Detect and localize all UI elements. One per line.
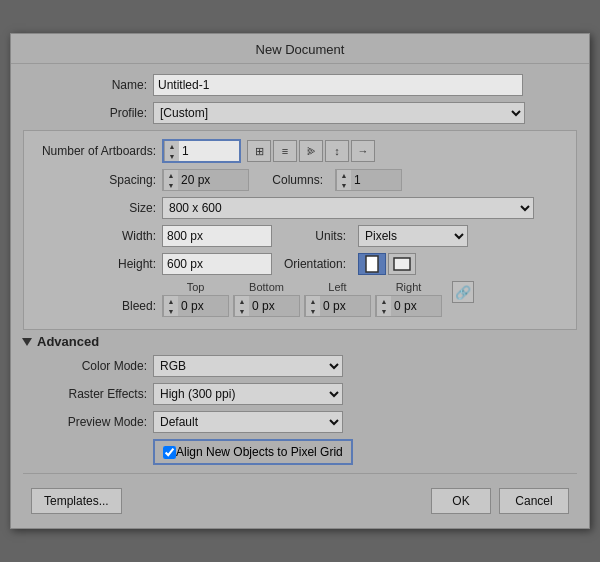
raster-label: Raster Effects:	[23, 387, 153, 401]
advanced-toggle-icon	[22, 338, 32, 346]
bleed-left-down[interactable]: ▼	[306, 306, 320, 316]
col-icon-btn[interactable]: ⫸	[299, 140, 323, 162]
bleed-right-input[interactable]	[391, 296, 441, 316]
pixel-grid-checkbox[interactable]	[163, 446, 176, 459]
colormode-label: Color Mode:	[23, 359, 153, 373]
pixel-grid-checkbox-box: Align New Objects to Pixel Grid	[153, 439, 353, 465]
order-icon-btn[interactable]: →	[351, 140, 375, 162]
spacing-up-btn[interactable]: ▲	[164, 170, 178, 180]
pixel-grid-label[interactable]: Align New Objects to Pixel Grid	[176, 445, 343, 459]
bleed-top-spinner: ▲▼	[162, 295, 229, 317]
bleed-bottom-up[interactable]: ▲	[235, 296, 249, 306]
pixel-grid-row: Align New Objects to Pixel Grid	[153, 439, 577, 465]
width-label: Width:	[32, 229, 162, 243]
columns-spinner: ▲ ▼	[335, 169, 402, 191]
arrange-icon-btn[interactable]: ↕	[325, 140, 349, 162]
bleed-bottom-input[interactable]	[249, 296, 299, 316]
spacing-cols-row: Spacing: ▲ ▼ Columns: ▲ ▼	[32, 169, 568, 191]
columns-spin-btns: ▲ ▼	[336, 170, 351, 190]
spacing-label: Spacing:	[32, 173, 162, 187]
columns-input[interactable]	[351, 170, 401, 190]
profile-select[interactable]: [Custom] Print Web Mobile	[153, 102, 525, 124]
height-label: Height:	[32, 257, 162, 271]
bleed-left-input[interactable]	[320, 296, 370, 316]
divider	[23, 473, 577, 474]
new-document-dialog: New Document Name: Profile: [Custom] Pri…	[10, 33, 590, 529]
bleed-right-down[interactable]: ▼	[377, 306, 391, 316]
landscape-btn[interactable]	[388, 253, 416, 275]
height-orientation-row: Height: Orientation:	[32, 253, 568, 275]
size-label: Size:	[32, 201, 162, 215]
colormode-select[interactable]: RGB CMYK Grayscale	[153, 355, 343, 377]
bleed-bottom-spinner: ▲▼	[233, 295, 300, 317]
height-input[interactable]	[162, 253, 272, 275]
artboards-input[interactable]: 1	[179, 141, 239, 161]
bleed-top-up[interactable]: ▲	[164, 296, 178, 306]
size-row: Size: 800 x 600 1024 x 768 1280 x 800 A4…	[32, 197, 568, 219]
spacing-input[interactable]	[178, 170, 248, 190]
grid-icon-btn[interactable]: ⊞	[247, 140, 271, 162]
preview-row: Preview Mode: Default Pixel Overprint	[23, 411, 577, 433]
bleed-top-col: Top ▲▼	[162, 281, 229, 317]
bleed-bottom-down[interactable]: ▼	[235, 306, 249, 316]
bleed-inputs: Top ▲▼ Bottom ▲▼	[162, 281, 474, 319]
orientation-buttons	[358, 253, 416, 275]
title-bar: New Document	[11, 34, 589, 64]
bleed-bottom-col: Bottom ▲▼	[233, 281, 300, 317]
bleed-top-label: Top	[187, 281, 205, 293]
bleed-left-spinner: ▲▼	[304, 295, 371, 317]
portrait-btn[interactable]	[358, 253, 386, 275]
raster-select[interactable]: High (300 ppi) Medium (150 ppi) Screen (…	[153, 383, 343, 405]
bleed-bottom-label: Bottom	[249, 281, 284, 293]
ok-cancel-group: OK Cancel	[431, 488, 569, 514]
profile-label: Profile:	[23, 106, 153, 120]
width-units-row: Width: Units: Pixels Inches Millimeters …	[32, 225, 568, 247]
templates-button[interactable]: Templates...	[31, 488, 122, 514]
columns-up-btn[interactable]: ▲	[337, 170, 351, 180]
artboards-spinner: ▲ ▼ 1	[162, 139, 241, 163]
colormode-row: Color Mode: RGB CMYK Grayscale	[23, 355, 577, 377]
bleed-right-spinner: ▲▼	[375, 295, 442, 317]
units-select[interactable]: Pixels Inches Millimeters Centimeters	[358, 225, 468, 247]
bleed-row: Bleed: Top ▲▼ Bottom	[32, 281, 568, 319]
raster-row: Raster Effects: High (300 ppi) Medium (1…	[23, 383, 577, 405]
bleed-top-input[interactable]	[178, 296, 228, 316]
artboards-up-btn[interactable]: ▲	[165, 141, 179, 151]
ok-button[interactable]: OK	[431, 488, 491, 514]
bleed-left-label: Left	[328, 281, 346, 293]
artboards-row: Number of Artboards: ▲ ▼ 1 ⊞ ≡ ⫸ ↕ →	[32, 139, 568, 163]
name-row: Name:	[23, 74, 577, 96]
bleed-right-up[interactable]: ▲	[377, 296, 391, 306]
name-input[interactable]	[153, 74, 523, 96]
bleed-top-down[interactable]: ▼	[164, 306, 178, 316]
advanced-section: Advanced Color Mode: RGB CMYK Grayscale …	[23, 334, 577, 465]
svg-rect-0	[366, 256, 378, 272]
orientation-label: Orientation:	[272, 257, 352, 271]
dialog-title: New Document	[256, 42, 345, 57]
bleed-left-up[interactable]: ▲	[306, 296, 320, 306]
artboards-spin-btns: ▲ ▼	[164, 141, 179, 161]
artboards-down-btn[interactable]: ▼	[165, 151, 179, 161]
name-label: Name:	[23, 78, 153, 92]
bleed-left-col: Left ▲▼	[304, 281, 371, 317]
width-input[interactable]	[162, 225, 272, 247]
preview-label: Preview Mode:	[23, 415, 153, 429]
document-settings-box: Number of Artboards: ▲ ▼ 1 ⊞ ≡ ⫸ ↕ →	[23, 130, 577, 330]
units-label: Units:	[272, 229, 352, 243]
columns-label: Columns:	[249, 173, 329, 187]
profile-row: Profile: [Custom] Print Web Mobile	[23, 102, 577, 124]
row-icon-btn[interactable]: ≡	[273, 140, 297, 162]
bleed-lock-btn[interactable]: 🔗	[452, 281, 474, 303]
spacing-down-btn[interactable]: ▼	[164, 180, 178, 190]
spacing-spinner: ▲ ▼	[162, 169, 249, 191]
columns-down-btn[interactable]: ▼	[337, 180, 351, 190]
preview-select[interactable]: Default Pixel Overprint	[153, 411, 343, 433]
advanced-header[interactable]: Advanced	[23, 334, 577, 349]
cancel-button[interactable]: Cancel	[499, 488, 569, 514]
button-row: Templates... OK Cancel	[23, 482, 577, 518]
size-select[interactable]: 800 x 600 1024 x 768 1280 x 800 A4 Lette…	[162, 197, 534, 219]
spacing-spin-btns: ▲ ▼	[163, 170, 178, 190]
bleed-label: Bleed:	[32, 299, 162, 313]
artboards-label: Number of Artboards:	[32, 144, 162, 158]
bleed-right-col: Right ▲▼	[375, 281, 442, 317]
